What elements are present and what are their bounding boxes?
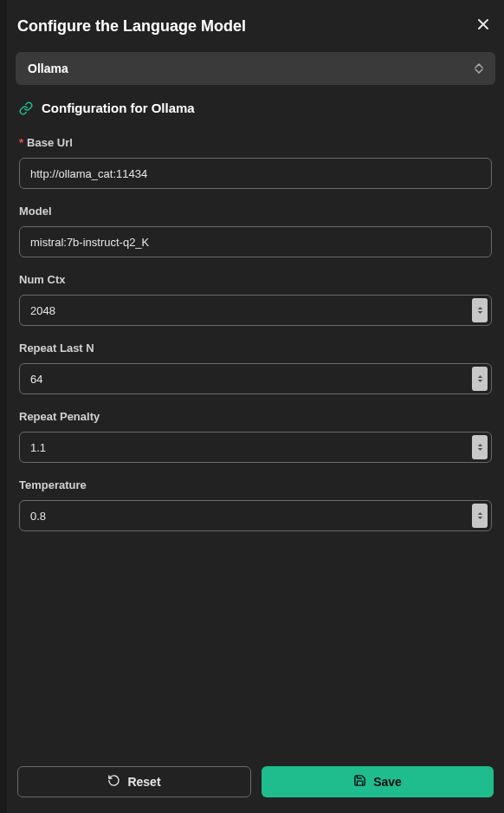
repeat-penalty-input[interactable] [20, 433, 472, 462]
config-panel: Configure the Language Model Ollama Conf… [7, 0, 504, 813]
field-label-num-ctx: Num Ctx [19, 273, 492, 286]
model-input[interactable] [19, 226, 492, 257]
reset-icon [107, 774, 120, 790]
reset-button[interactable]: Reset [17, 766, 251, 797]
footer-buttons: Reset Save [16, 766, 495, 797]
save-label: Save [373, 775, 402, 789]
save-icon [353, 774, 366, 790]
provider-dropdown[interactable]: Ollama [16, 52, 495, 85]
num-ctx-input[interactable] [20, 296, 472, 325]
temperature-stepper[interactable] [472, 504, 488, 528]
field-label-repeat-last-n: Repeat Last N [19, 341, 492, 354]
provider-selected-label: Ollama [28, 62, 68, 75]
panel-title: Configure the Language Model [17, 17, 246, 36]
repeat-penalty-stepper[interactable] [472, 435, 488, 459]
config-section-title: Configuration for Ollama [42, 101, 195, 115]
field-label-base-url: * Base Url [19, 136, 492, 149]
field-repeat-last-n: Repeat Last N [19, 341, 492, 394]
config-section-heading: Configuration for Ollama [16, 101, 495, 115]
reset-label: Reset [127, 775, 160, 789]
required-indicator: * [19, 136, 23, 149]
repeat-last-n-input-wrap [19, 363, 492, 394]
chevron-up-down-icon [475, 63, 483, 74]
temperature-input[interactable] [20, 501, 472, 530]
link-icon [19, 101, 33, 115]
field-model: Model [19, 205, 492, 257]
repeat-penalty-input-wrap [19, 432, 492, 463]
field-label-repeat-penalty: Repeat Penalty [19, 410, 492, 423]
num-ctx-input-wrap [19, 295, 492, 326]
form-area: * Base Url Model Num Ctx Repeat Last N [16, 136, 495, 759]
num-ctx-stepper[interactable] [472, 298, 488, 322]
field-base-url: * Base Url [19, 136, 492, 189]
field-temperature: Temperature [19, 478, 492, 531]
close-icon [476, 17, 490, 35]
field-num-ctx: Num Ctx [19, 273, 492, 326]
sidebar-sliver [0, 0, 7, 813]
repeat-last-n-input[interactable] [20, 364, 472, 393]
field-label-temperature: Temperature [19, 478, 492, 491]
repeat-last-n-stepper[interactable] [472, 367, 488, 391]
field-repeat-penalty: Repeat Penalty [19, 410, 492, 463]
field-label-model: Model [19, 205, 492, 218]
save-button[interactable]: Save [262, 766, 494, 797]
close-button[interactable] [473, 16, 494, 36]
base-url-input[interactable] [19, 158, 492, 189]
panel-header: Configure the Language Model [16, 16, 495, 52]
temperature-input-wrap [19, 500, 492, 531]
